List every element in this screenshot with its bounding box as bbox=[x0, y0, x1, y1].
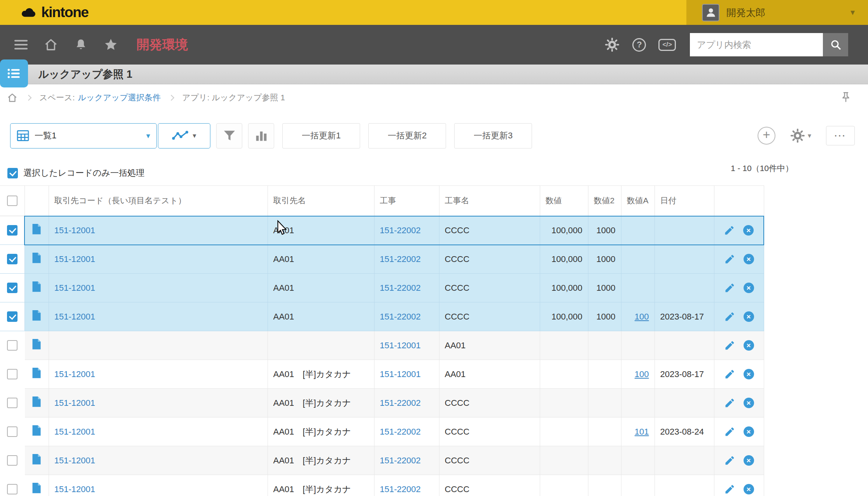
add-record-button[interactable]: + bbox=[758, 127, 775, 145]
record-link[interactable]: 151-22002 bbox=[380, 484, 421, 494]
delete-record-icon[interactable]: × bbox=[744, 340, 754, 351]
record-link[interactable]: 151-12001 bbox=[54, 398, 95, 408]
menu-icon[interactable] bbox=[13, 37, 29, 52]
user-menu[interactable]: 開発太郎 ▾ bbox=[686, 0, 868, 25]
row-checkbox[interactable] bbox=[7, 254, 18, 264]
bulk-update-3-button[interactable]: 一括更新3 bbox=[454, 123, 532, 148]
table-row[interactable]: 151-12001AA01151-22002CCCC100,0001000× bbox=[0, 216, 764, 245]
record-document-icon[interactable] bbox=[32, 339, 41, 350]
column-header-numA[interactable]: 数値A bbox=[621, 186, 654, 216]
edit-record-icon[interactable] bbox=[724, 369, 735, 380]
options-button[interactable]: … bbox=[826, 126, 855, 145]
row-checkbox[interactable] bbox=[7, 283, 18, 293]
record-link[interactable]: 151-12001 bbox=[54, 456, 95, 465]
pin-icon[interactable] bbox=[841, 91, 851, 105]
favorites-star-icon[interactable] bbox=[103, 37, 119, 52]
edit-record-icon[interactable] bbox=[724, 311, 735, 322]
record-link[interactable]: 151-22002 bbox=[380, 225, 421, 235]
bulk-update-2-button[interactable]: 一括更新2 bbox=[368, 123, 446, 148]
record-link[interactable]: 151-12001 bbox=[54, 254, 95, 264]
record-link[interactable]: 151-12001 bbox=[380, 341, 421, 350]
table-row[interactable]: 151-12001AA01151-22002CCCC100,0001000× bbox=[0, 274, 764, 302]
column-header-koji_name[interactable]: 工事名 bbox=[439, 186, 540, 216]
edit-record-icon[interactable] bbox=[724, 484, 735, 495]
record-document-icon[interactable] bbox=[32, 425, 41, 436]
row-checkbox[interactable] bbox=[7, 225, 18, 236]
table-row[interactable]: 151-12001AA01 [半]カタカナ151-22002CCCC× bbox=[0, 475, 764, 496]
search-button[interactable] bbox=[823, 33, 848, 56]
record-document-icon[interactable] bbox=[32, 396, 41, 407]
table-row[interactable]: 151-12001AA01 [半]カタカナ151-22002CCCC101202… bbox=[0, 417, 764, 446]
delete-record-icon[interactable]: × bbox=[744, 398, 754, 408]
developer-code-icon[interactable]: </> bbox=[658, 39, 676, 51]
chart-view-button[interactable]: ▾ bbox=[158, 123, 210, 148]
table-row[interactable]: 151-12001AA01 [半]カタカナ151-12001AA01100202… bbox=[0, 360, 764, 389]
record-link[interactable]: 151-12001 bbox=[54, 369, 95, 379]
app-settings-button[interactable]: ▾ bbox=[790, 128, 811, 143]
help-icon[interactable]: ? bbox=[632, 38, 646, 52]
delete-record-icon[interactable]: × bbox=[744, 369, 754, 379]
record-link[interactable]: 151-12001 bbox=[54, 484, 95, 494]
edit-record-icon[interactable] bbox=[724, 283, 735, 293]
settings-gear-icon[interactable] bbox=[604, 37, 620, 52]
record-document-icon[interactable] bbox=[32, 454, 41, 465]
select-filtered-checkbox[interactable] bbox=[7, 168, 18, 178]
row-checkbox[interactable] bbox=[7, 369, 18, 379]
record-link[interactable]: 151-22002 bbox=[380, 427, 421, 437]
select-all-checkbox[interactable] bbox=[7, 196, 18, 206]
home-icon[interactable] bbox=[43, 37, 59, 52]
table-row[interactable]: 151-12001AA01 [半]カタカナ151-22002CCCC× bbox=[0, 389, 764, 417]
record-link[interactable]: 151-12001 bbox=[54, 225, 95, 235]
notifications-bell-icon[interactable] bbox=[73, 37, 89, 52]
record-document-icon[interactable] bbox=[32, 483, 41, 494]
column-header-date[interactable]: 日付 bbox=[654, 186, 714, 216]
edit-record-icon[interactable] bbox=[724, 254, 735, 265]
graph-button[interactable] bbox=[248, 123, 274, 148]
edit-record-icon[interactable] bbox=[724, 225, 735, 236]
record-link[interactable]: 151-22002 bbox=[380, 283, 421, 293]
breadcrumb-home-icon[interactable] bbox=[6, 92, 18, 103]
record-document-icon[interactable] bbox=[32, 224, 41, 235]
record-link[interactable]: 151-22002 bbox=[380, 254, 421, 264]
bulk-update-1-button[interactable]: 一括更新1 bbox=[282, 123, 360, 148]
delete-record-icon[interactable]: × bbox=[744, 283, 754, 293]
record-document-icon[interactable] bbox=[32, 281, 41, 292]
app-icon[interactable] bbox=[0, 59, 28, 87]
edit-record-icon[interactable] bbox=[724, 340, 735, 351]
record-document-icon[interactable] bbox=[32, 253, 41, 264]
record-link[interactable]: 151-12001 bbox=[54, 312, 95, 321]
table-row[interactable]: 151-12001AA01151-22002CCCC100,0001000100… bbox=[0, 302, 764, 331]
row-checkbox[interactable] bbox=[7, 426, 18, 437]
delete-record-icon[interactable]: × bbox=[744, 254, 754, 264]
row-checkbox[interactable] bbox=[7, 311, 18, 322]
record-link[interactable]: 151-12001 bbox=[380, 369, 421, 379]
column-header-koji[interactable]: 工事 bbox=[374, 186, 439, 216]
column-header-num2[interactable]: 数値2 bbox=[588, 186, 621, 216]
breadcrumb-space-link[interactable]: ルックアップ選択条件 bbox=[78, 92, 161, 103]
delete-record-icon[interactable]: × bbox=[744, 455, 754, 466]
edit-record-icon[interactable] bbox=[724, 398, 735, 409]
table-row[interactable]: 151-12001AA01× bbox=[0, 331, 764, 360]
row-checkbox[interactable] bbox=[7, 484, 18, 494]
row-checkbox[interactable] bbox=[7, 398, 18, 408]
row-checkbox[interactable] bbox=[7, 340, 18, 351]
record-link[interactable]: 101 bbox=[635, 427, 649, 437]
row-checkbox[interactable] bbox=[7, 455, 18, 466]
app-search-input[interactable] bbox=[690, 33, 823, 56]
environment-label[interactable]: 開発環境 bbox=[136, 36, 188, 54]
edit-record-icon[interactable] bbox=[724, 426, 735, 437]
record-document-icon[interactable] bbox=[32, 368, 41, 379]
record-link[interactable]: 151-12001 bbox=[54, 283, 95, 293]
delete-record-icon[interactable]: × bbox=[744, 311, 754, 322]
delete-record-icon[interactable]: × bbox=[743, 225, 754, 236]
column-header-code[interactable]: 取引先コード（長い項目名テスト） bbox=[49, 186, 268, 216]
record-link[interactable]: 151-12001 bbox=[54, 427, 95, 437]
record-document-icon[interactable] bbox=[32, 310, 41, 321]
kintone-logo[interactable]: kintone bbox=[19, 4, 88, 21]
delete-record-icon[interactable]: × bbox=[744, 484, 754, 494]
record-link[interactable]: 100 bbox=[635, 312, 649, 321]
table-row[interactable]: 151-12001AA01 [半]カタカナ151-22002CCCC× bbox=[0, 446, 764, 475]
delete-record-icon[interactable]: × bbox=[744, 426, 754, 437]
view-selector-dropdown[interactable]: 一覧1 ▾ bbox=[10, 123, 157, 148]
column-header-num[interactable]: 数値 bbox=[540, 186, 588, 216]
